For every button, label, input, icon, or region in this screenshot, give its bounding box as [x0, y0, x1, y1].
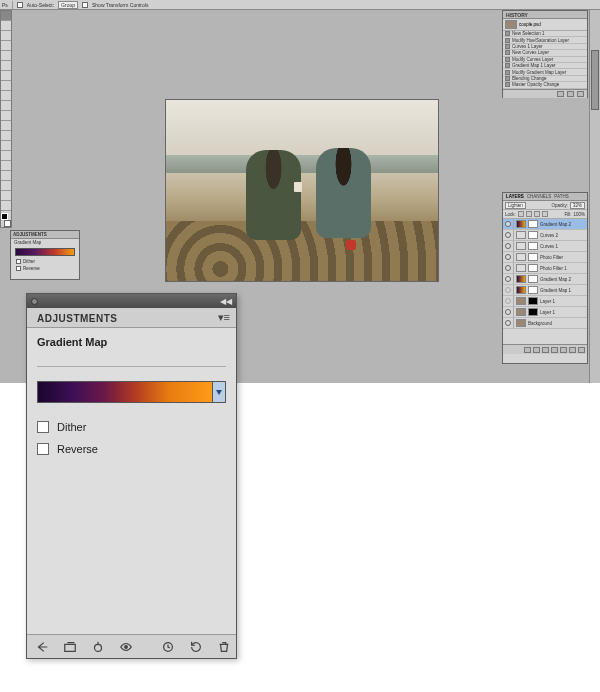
- adjustment-layer-button[interactable]: [551, 347, 558, 353]
- lock-position-button[interactable]: [534, 211, 540, 217]
- expand-icon[interactable]: [63, 640, 77, 654]
- group-button[interactable]: [560, 347, 567, 353]
- layer-row[interactable]: Curves 1: [503, 241, 587, 252]
- adjustments-tab[interactable]: ADJUSTMENTS: [33, 310, 122, 327]
- layer-mask-thumb[interactable]: [528, 264, 538, 272]
- tab-paths[interactable]: PATHS: [554, 194, 568, 199]
- reset-icon[interactable]: [189, 640, 203, 654]
- document-canvas[interactable]: [166, 100, 438, 281]
- previous-state-icon[interactable]: [161, 640, 175, 654]
- layer-row[interactable]: Gradient Map 2: [503, 219, 587, 230]
- panel-titlebar[interactable]: ◀◀: [27, 294, 236, 308]
- layer-mask-thumb[interactable]: [528, 286, 538, 294]
- lock-all-button[interactable]: [542, 211, 548, 217]
- pen-tool[interactable]: [1, 151, 11, 161]
- history-tab[interactable]: HISTORY: [503, 11, 587, 19]
- lock-transparency-button[interactable]: [518, 211, 524, 217]
- layer-mask-button[interactable]: [542, 347, 549, 353]
- layer-visibility-icon[interactable]: [505, 232, 511, 238]
- reverse-checkbox[interactable]: [37, 443, 49, 455]
- foreground-color[interactable]: [1, 213, 8, 220]
- blur-tool[interactable]: [1, 131, 11, 141]
- eyedropper-tool[interactable]: [1, 61, 11, 71]
- path-tool[interactable]: [1, 171, 11, 181]
- gradient-tool[interactable]: [1, 121, 11, 131]
- layer-mask-thumb[interactable]: [528, 297, 538, 305]
- new-layer-button[interactable]: [569, 347, 576, 353]
- layer-row[interactable]: Layer 1: [503, 296, 587, 307]
- layer-visibility-icon[interactable]: [505, 243, 511, 249]
- blend-mode-dropdown[interactable]: Lighten: [505, 202, 526, 209]
- fill-field[interactable]: 100%: [573, 212, 585, 217]
- delete-layer-button[interactable]: [578, 347, 585, 353]
- lock-pixels-button[interactable]: [526, 211, 532, 217]
- new-snapshot-button[interactable]: [567, 91, 574, 97]
- back-arrow-icon[interactable]: [35, 640, 49, 654]
- adjustments-mini-title[interactable]: ADJUSTMENTS: [11, 231, 79, 239]
- history-brush-tool[interactable]: [1, 101, 11, 111]
- stamp-tool[interactable]: [1, 91, 11, 101]
- clip-to-layer-icon[interactable]: [91, 640, 105, 654]
- layer-visibility-icon[interactable]: [505, 320, 511, 326]
- wand-tool[interactable]: [1, 41, 11, 51]
- history-snapshot-row[interactable]: couple.psd: [503, 19, 587, 31]
- new-doc-from-state-button[interactable]: [557, 91, 564, 97]
- layer-row[interactable]: Photo Filter 1: [503, 263, 587, 274]
- brush-tool[interactable]: [1, 81, 11, 91]
- auto-select-dropdown[interactable]: Group: [58, 1, 78, 9]
- layer-mask-thumb[interactable]: [528, 231, 538, 239]
- panel-menu-icon[interactable]: ▾≡: [218, 311, 230, 327]
- panel-collapse-icon[interactable]: ◀◀: [220, 297, 232, 306]
- marquee-tool[interactable]: [1, 21, 11, 31]
- layer-row[interactable]: Photo Filter: [503, 252, 587, 263]
- layer-visibility-icon[interactable]: [505, 287, 511, 293]
- layer-visibility-icon[interactable]: [505, 254, 511, 260]
- layer-row[interactable]: Gradient Map 1: [503, 285, 587, 296]
- gradient-preview[interactable]: [37, 381, 213, 403]
- background-color[interactable]: [4, 220, 11, 227]
- dither-checkbox[interactable]: [37, 421, 49, 433]
- link-layers-button[interactable]: [524, 347, 531, 353]
- layer-visibility-icon[interactable]: [505, 298, 511, 304]
- layer-mask-thumb[interactable]: [528, 220, 538, 228]
- reverse-checkbox-small[interactable]: [16, 266, 21, 271]
- layer-mask-thumb[interactable]: [528, 308, 538, 316]
- layer-visibility-icon[interactable]: [505, 276, 511, 282]
- tab-channels[interactable]: CHANNELS: [527, 194, 552, 199]
- layer-style-button[interactable]: [533, 347, 540, 353]
- tab-layers[interactable]: LAYERS: [506, 194, 524, 199]
- move-tool[interactable]: [1, 11, 11, 21]
- gradient-preview-small[interactable]: [15, 248, 75, 256]
- heal-tool[interactable]: [1, 71, 11, 81]
- delete-state-button[interactable]: [577, 91, 584, 97]
- layer-mask-thumb[interactable]: [528, 275, 538, 283]
- crop-tool[interactable]: [1, 51, 11, 61]
- zoom-tool[interactable]: [1, 201, 11, 211]
- dodge-tool[interactable]: [1, 141, 11, 151]
- layer-visibility-icon[interactable]: [505, 221, 511, 227]
- layer-row[interactable]: Layer 1: [503, 307, 587, 318]
- scrollbar-thumb[interactable]: [591, 50, 599, 110]
- show-transform-checkbox[interactable]: [82, 2, 88, 8]
- layer-visibility-icon[interactable]: [505, 309, 511, 315]
- panel-dock-scrollbar[interactable]: [589, 10, 600, 383]
- lasso-tool[interactable]: [1, 31, 11, 41]
- visibility-icon[interactable]: [119, 640, 133, 654]
- auto-select-checkbox[interactable]: [17, 2, 23, 8]
- type-tool[interactable]: [1, 161, 11, 171]
- dither-checkbox-small[interactable]: [16, 259, 21, 264]
- layer-mask-thumb[interactable]: [528, 242, 538, 250]
- opacity-field[interactable]: 32%: [570, 202, 585, 209]
- eraser-tool[interactable]: [1, 111, 11, 121]
- layer-visibility-icon[interactable]: [505, 265, 511, 271]
- color-swatches[interactable]: [1, 213, 11, 227]
- panel-close-icon[interactable]: [31, 298, 38, 305]
- layer-row[interactable]: Background: [503, 318, 587, 329]
- trash-icon[interactable]: [217, 640, 231, 654]
- shape-tool[interactable]: [1, 181, 11, 191]
- hand-tool[interactable]: [1, 191, 11, 201]
- layer-mask-thumb[interactable]: [528, 253, 538, 261]
- gradient-picker-button[interactable]: [213, 381, 226, 403]
- layer-row[interactable]: Gradient Map 2: [503, 274, 587, 285]
- layer-row[interactable]: Curves 2: [503, 230, 587, 241]
